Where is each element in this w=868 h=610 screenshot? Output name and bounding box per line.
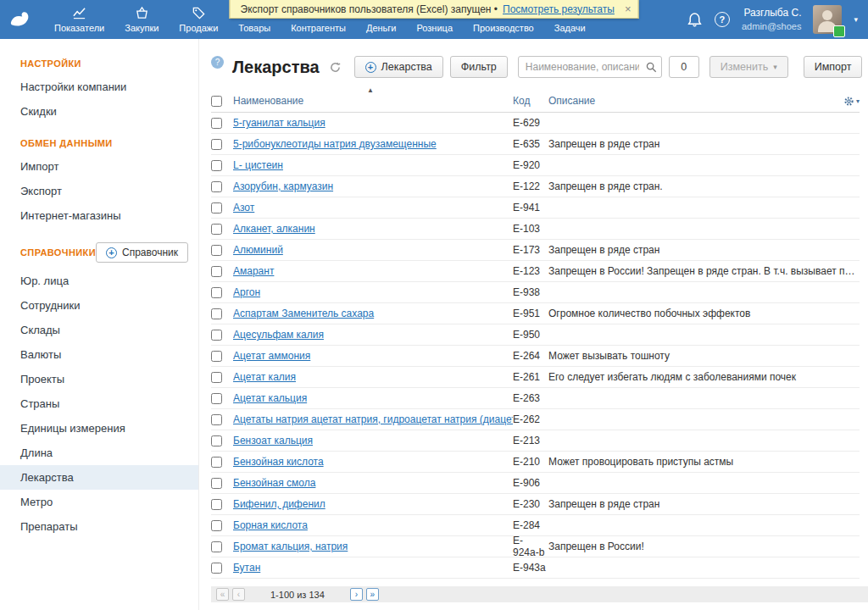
close-icon[interactable]: × [625, 3, 632, 15]
row-checkbox[interactable] [211, 393, 222, 404]
row-checkbox[interactable] [211, 435, 222, 446]
item-name-link[interactable]: Азот [233, 202, 254, 214]
refresh-icon[interactable] [330, 62, 341, 73]
sidebar-item[interactable]: Интернет-магазины [0, 203, 198, 228]
item-name-link[interactable]: Бромат кальция, натрия [233, 541, 348, 552]
row-checkbox[interactable] [211, 139, 222, 150]
table-header: Наименование ▲ Код Описание ▾ [211, 90, 860, 113]
item-name-link[interactable]: Аргон [233, 286, 260, 298]
table-row: АмарантE-123Запрещен в России! Запрещен … [211, 261, 860, 282]
column-settings-gear-icon[interactable]: ▾ [829, 96, 860, 107]
item-code: E-264 [513, 350, 548, 362]
sidebar-item[interactable]: Экспорт [0, 179, 198, 203]
sidebar-item[interactable]: Склады [0, 318, 198, 342]
row-checkbox[interactable] [211, 520, 222, 531]
item-name-link[interactable]: L- цистеин [233, 159, 283, 171]
sidebar-item[interactable]: Длина [0, 441, 198, 465]
row-checkbox[interactable] [211, 224, 222, 235]
item-name-link[interactable]: Борная кислота [233, 519, 308, 531]
item-name-link[interactable]: Азорубин, кармуазин [233, 180, 333, 192]
item-name-link[interactable]: Ацетат калия [233, 371, 296, 383]
last-page-button[interactable]: » [366, 588, 379, 601]
row-checkbox[interactable] [211, 499, 222, 510]
row-checkbox[interactable] [211, 308, 222, 319]
item-name-link[interactable]: Аспартам Заменитель сахара [233, 308, 374, 319]
item-name-link[interactable]: Ацетаты натрия ацетат натрия, гидроацета… [233, 413, 513, 425]
item-name-link[interactable]: Бензойная кислота [233, 456, 324, 468]
row-checkbox[interactable] [211, 414, 222, 425]
help-icon[interactable]: ? [715, 12, 730, 27]
user-menu[interactable]: Разглыба С. admin@shoes [742, 7, 801, 32]
item-name-link[interactable]: Алюминий [233, 244, 283, 256]
row-checkbox[interactable] [211, 202, 222, 214]
nav-item[interactable]: Показатели [44, 0, 114, 39]
context-help-icon[interactable]: ? [211, 56, 224, 69]
sidebar-item[interactable]: Страны [0, 391, 198, 416]
row-checkbox[interactable] [211, 541, 222, 552]
item-name-link[interactable]: Ацесульфам калия [233, 329, 324, 341]
sidebar-item[interactable]: Импорт [0, 154, 198, 179]
table-row: АлюминийE-173Запрещен в ряде стран [211, 240, 860, 261]
sidebar-item[interactable]: Лекарства [0, 465, 198, 490]
chevron-down-icon[interactable]: ▾ [854, 15, 858, 24]
item-name-link[interactable]: 5-гуанилат кальция [233, 117, 326, 129]
row-checkbox[interactable] [211, 160, 222, 171]
first-page-button: « [216, 588, 229, 601]
item-name-link[interactable]: Алканет, алканин [233, 223, 315, 235]
sidebar-item[interactable]: Юр. лица [0, 269, 198, 293]
create-item-button[interactable]: + Лекарства [354, 56, 443, 78]
add-directory-button[interactable]: +Справочник [96, 242, 188, 263]
search-input[interactable] [518, 56, 662, 78]
select-all-checkbox[interactable] [211, 96, 222, 107]
table-row: Борная кислотаE-284 [211, 515, 860, 536]
next-page-button[interactable]: › [350, 588, 363, 601]
notifications-bell-icon[interactable] [687, 12, 703, 28]
item-name-link[interactable]: 5-рибонуклеотиды натрия двузамещенные [233, 138, 437, 150]
item-name-link[interactable]: Ацетат кальция [233, 392, 307, 404]
item-name-link[interactable]: Бензойная смола [233, 477, 315, 489]
row-checkbox[interactable] [211, 245, 222, 256]
row-checkbox[interactable] [211, 351, 222, 362]
row-checkbox[interactable] [211, 266, 222, 277]
row-checkbox[interactable] [211, 457, 222, 468]
item-name-link[interactable]: Бутан [233, 562, 260, 574]
user-avatar[interactable] [813, 5, 842, 34]
sidebar-item[interactable]: Сотрудники [0, 293, 198, 318]
row-checkbox[interactable] [211, 563, 222, 574]
sidebar-item[interactable]: Проекты [0, 367, 198, 391]
sidebar-item[interactable]: Метро [0, 490, 198, 514]
item-code: E-123 [513, 265, 548, 277]
selected-count: 0 [669, 56, 699, 78]
import-button[interactable]: Импорт [804, 56, 863, 78]
view-results-link[interactable]: Посмотреть результаты [503, 3, 615, 15]
sidebar-item[interactable]: Препараты [0, 514, 198, 539]
sidebar-item[interactable]: Скидки [0, 99, 198, 124]
sidebar-item[interactable]: Валюты [0, 342, 198, 367]
nav-item-label: Показатели [54, 23, 104, 33]
main-content: ? Лекарства + Лекарства Фильтр 0 Изменит… [199, 39, 868, 610]
sidebar-item[interactable]: Настройки компании [0, 75, 198, 99]
item-name-link[interactable]: Ацетат аммония [233, 350, 310, 362]
row-checkbox[interactable] [211, 287, 222, 298]
sidebar-item[interactable]: Единицы измерения [0, 416, 198, 441]
row-checkbox[interactable] [211, 372, 222, 383]
column-header-code[interactable]: Код [513, 95, 548, 107]
nav-item[interactable]: Закупки [114, 0, 169, 39]
table-row: АргонE-938 [211, 282, 860, 303]
item-name-link[interactable]: Амарант [233, 265, 274, 277]
item-description: Запрещен в ряде стран [548, 138, 860, 150]
item-code: E-950 [513, 329, 548, 341]
item-code: E-938 [513, 286, 548, 298]
row-checkbox[interactable] [211, 478, 222, 489]
row-checkbox[interactable] [211, 181, 222, 192]
nav-item[interactable]: Продажи [169, 0, 228, 39]
app-logo[interactable] [8, 7, 34, 32]
item-name-link[interactable]: Бифенил, дифенил [233, 498, 326, 510]
column-header-description[interactable]: Описание [548, 95, 829, 107]
row-checkbox[interactable] [211, 330, 222, 341]
filter-button[interactable]: Фильтр [450, 56, 508, 78]
item-name-link[interactable]: Бензоат кальция [233, 435, 313, 446]
row-checkbox[interactable] [211, 118, 222, 129]
search-icon[interactable] [646, 61, 657, 76]
column-header-name[interactable]: Наименование ▲ [233, 95, 513, 107]
